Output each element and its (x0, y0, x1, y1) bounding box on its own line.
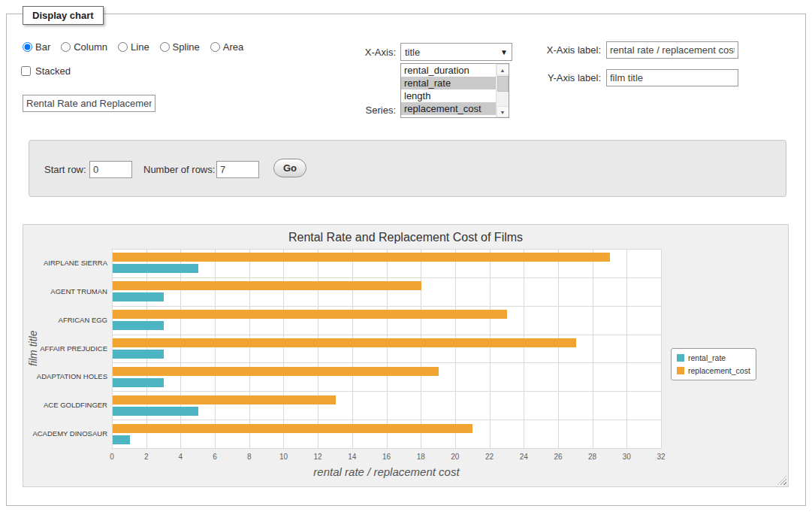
go-button[interactable]: Go (273, 159, 306, 177)
chart-type-option-label: Line (131, 41, 149, 53)
chart-type-bar-radio[interactable] (23, 42, 32, 52)
x-tick-label: 12 (306, 453, 329, 461)
chart-type-option-label: Area (223, 41, 243, 53)
category-label: ACE GOLDFINGER (28, 401, 107, 409)
bar-rental_rate[interactable] (113, 407, 198, 416)
category-label: AFFAIR PREJUDICE (28, 344, 107, 353)
x-axis-title: rental rate / replacement cost (112, 465, 661, 478)
bar-replacement_cost[interactable] (113, 253, 610, 262)
x-tick-label: 26 (547, 453, 569, 461)
chart-panel: Rental Rate and Replacement Cost of Film… (23, 224, 789, 487)
gridline-vertical (455, 249, 456, 448)
bar-rental_rate[interactable] (113, 264, 198, 273)
legend-item-replacement_cost[interactable]: replacement_cost (677, 366, 750, 375)
series-option-length[interactable]: length (401, 89, 496, 102)
gridline-horizontal (112, 420, 662, 420)
bar-replacement_cost[interactable] (113, 338, 576, 347)
x-tick-label: 16 (376, 453, 398, 461)
gridline-vertical (180, 249, 181, 448)
x-tick-label: 10 (272, 453, 294, 461)
scrollbar-up-button[interactable]: ▲ (497, 64, 509, 75)
legend-swatch-icon (677, 354, 684, 362)
x-axis-label-field[interactable] (606, 41, 738, 59)
series-caption: Series: (323, 105, 396, 116)
bar-rental_rate[interactable] (113, 378, 164, 387)
chart-type-option-label: Column (74, 41, 107, 53)
chart-type-option-label: Bar (35, 41, 50, 53)
gridline-vertical (146, 249, 147, 448)
chart-type-spline-radio[interactable] (160, 42, 170, 52)
chart-area: 02468101214161820222426283032AIRPLANE SI… (23, 225, 788, 486)
gridline-vertical (524, 249, 524, 448)
chart-type-area-radio[interactable] (210, 42, 220, 52)
stacked-option[interactable]: Stacked (21, 65, 71, 77)
x-axis-select[interactable]: title ▼ (400, 43, 512, 61)
x-tick-label: 0 (101, 453, 123, 461)
gridline-vertical (352, 249, 353, 448)
scrollbar-thumb[interactable] (497, 76, 509, 92)
gridline-horizontal (112, 306, 662, 307)
x-tick-label: 14 (341, 453, 364, 461)
bar-replacement_cost[interactable] (113, 367, 439, 376)
series-option-rental_rate[interactable]: rental_rate (401, 77, 496, 89)
rows-panel: Start row: Number of rows: Go (29, 140, 786, 197)
category-label: AGENT TRUMAN (28, 287, 107, 295)
chart-title-input[interactable] (23, 95, 155, 112)
chart-title: Rental Rate and Replacement Cost of Film… (23, 231, 788, 244)
series-option-replacement_cost[interactable]: replacement_cost (401, 102, 496, 115)
chart-type-spline-option[interactable]: Spline (160, 41, 200, 53)
chart-type-area-option[interactable]: Area (210, 41, 243, 53)
gridline-vertical (558, 249, 559, 448)
gridline-vertical (490, 249, 491, 448)
gridline-vertical (215, 249, 216, 448)
series-listbox[interactable]: rental_durationrental_ratelengthreplacem… (400, 63, 509, 118)
chart-type-column-option[interactable]: Column (61, 41, 107, 53)
bar-rental_rate[interactable] (113, 292, 164, 301)
gridline-horizontal (112, 362, 662, 363)
gridline-vertical (421, 249, 421, 448)
gridline-vertical (249, 249, 250, 448)
series-option-rental_duration[interactable]: rental_duration (401, 64, 496, 77)
category-label: AFRICAN EGG (28, 316, 107, 324)
gridline-vertical (593, 249, 593, 448)
chart-type-line-option[interactable]: Line (118, 41, 149, 53)
y-axis-label-caption: Y-Axis label: (529, 72, 601, 83)
x-axis-caption: X-Axis: (323, 47, 396, 58)
x-tick-label: 8 (238, 453, 261, 461)
gridline-horizontal (112, 335, 662, 335)
num-rows-input[interactable] (216, 161, 259, 178)
series-options: rental_durationrental_ratelengthreplacem… (401, 64, 496, 117)
chart-type-line-radio[interactable] (118, 42, 128, 52)
start-row-input[interactable] (89, 161, 132, 178)
dropdown-arrow-icon: ▼ (500, 48, 508, 56)
gridline-vertical (661, 249, 662, 448)
bar-replacement_cost[interactable] (113, 395, 336, 404)
x-tick-label: 24 (512, 453, 535, 461)
legend-item-label: rental_rate (688, 353, 726, 362)
bar-replacement_cost[interactable] (113, 424, 472, 433)
stacked-checkbox[interactable] (21, 66, 31, 76)
bar-rental_rate[interactable] (113, 350, 164, 359)
chart-type-group: BarColumnLineSplineArea (23, 41, 243, 53)
series-scrollbar[interactable]: ▲ ▼ (496, 64, 509, 117)
category-label: ADAPTATION HOLES (28, 372, 107, 380)
x-tick-label: 22 (478, 453, 501, 461)
chart-type-bar-option[interactable]: Bar (23, 41, 50, 53)
x-tick-label: 32 (650, 453, 672, 461)
gridline-vertical (283, 249, 284, 448)
scrollbar-down-button[interactable]: ▼ (497, 106, 509, 117)
chart-legend: rental_ratereplacement_cost (671, 348, 756, 380)
bar-replacement_cost[interactable] (113, 310, 507, 319)
bar-replacement_cost[interactable] (113, 281, 421, 290)
x-tick-label: 6 (204, 453, 226, 461)
chart-type-column-radio[interactable] (61, 42, 71, 52)
legend-item-rental_rate[interactable]: rental_rate (677, 353, 750, 362)
gridline-vertical (112, 249, 113, 448)
y-axis-label-field[interactable] (606, 69, 738, 86)
x-tick-label: 2 (135, 453, 158, 461)
start-row-label: Start row: (44, 164, 86, 175)
chart-type-option-label: Spline (173, 41, 200, 53)
gridline-horizontal (112, 277, 662, 278)
bar-rental_rate[interactable] (113, 435, 130, 444)
bar-rental_rate[interactable] (113, 321, 164, 330)
